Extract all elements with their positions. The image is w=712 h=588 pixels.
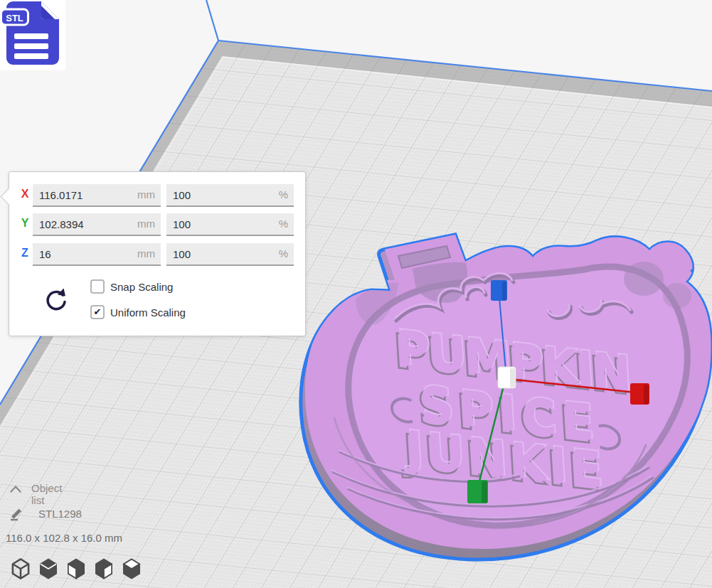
reset-scale-button[interactable] — [42, 286, 70, 314]
object-list-header[interactable]: Object list — [31, 482, 62, 506]
z-scale-handle[interactable] — [491, 280, 507, 301]
y-axis-label: Y — [18, 217, 32, 230]
scale-row-y: Y mm % — [9, 213, 305, 235]
edit-pencil-icon — [9, 506, 24, 521]
camera-view-toolbar — [10, 557, 142, 580]
center-scale-handle[interactable] — [498, 367, 516, 388]
view-3d-button[interactable] — [10, 557, 31, 580]
z-axis-label: Z — [18, 247, 32, 260]
snap-scaling-label: Snap Scaling — [110, 281, 173, 293]
model-dimensions-label: 116.0 x 102.8 x 16.0 mm — [6, 532, 122, 544]
view-top-button[interactable] — [65, 557, 87, 580]
scale-row-z: Z mm % — [9, 243, 305, 264]
z-percent-input[interactable] — [166, 243, 294, 264]
cube-3d-icon — [10, 557, 31, 580]
view-left-button[interactable] — [93, 557, 115, 580]
view-right-button[interactable] — [121, 557, 142, 580]
object-list-item[interactable]: STL1298 — [38, 508, 82, 520]
cube-right-icon — [121, 557, 142, 580]
x-size-input[interactable] — [33, 184, 161, 205]
uniform-scaling-checkbox[interactable]: ✔ — [90, 305, 105, 319]
y-percent-input[interactable] — [166, 213, 294, 235]
x-axis-label: X — [18, 188, 32, 201]
scale-tool-panel: X mm % Y mm % Z mm % ✔ Snap Scaling ✔ Un… — [9, 171, 306, 336]
collapse-caret-icon[interactable] — [9, 484, 22, 494]
cube-front-icon — [38, 557, 59, 580]
reset-rotate-ccw-icon — [42, 286, 70, 314]
uniform-scaling-label: Uniform Scaling — [110, 306, 186, 319]
x-scale-handle[interactable] — [630, 383, 649, 405]
stl-file-thumbnail: STL — [0, 0, 65, 70]
cube-left-icon — [93, 557, 115, 580]
snap-scaling-checkbox[interactable]: ✔ — [90, 279, 105, 294]
y-size-input[interactable] — [33, 213, 161, 235]
z-size-input[interactable] — [33, 243, 161, 264]
cube-top-icon — [65, 557, 87, 580]
view-front-button[interactable] — [38, 557, 59, 580]
y-scale-handle[interactable] — [467, 480, 488, 503]
scale-row-x: X mm % — [9, 184, 305, 205]
x-percent-input[interactable] — [166, 184, 294, 205]
stl-badge-label: STL — [6, 13, 23, 23]
stl-document-icon: STL — [1, 1, 60, 65]
